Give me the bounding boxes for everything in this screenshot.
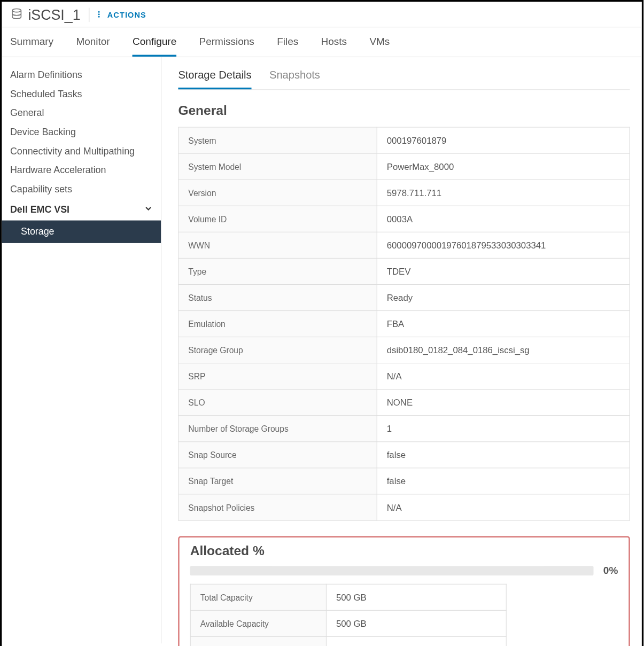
table-cell-value: false [377,468,630,494]
table-cell-key: Type [179,258,377,284]
table-cell-value: 1 [377,416,630,442]
table-cell-key: Snapshot Policies [179,494,377,520]
table-cell-value: FBA [377,310,630,337]
table-cell-value: Ready [377,284,630,310]
table-cell-key: System Model [179,153,377,180]
table-cell-key: Number of Storage Groups [179,416,377,442]
svg-point-0 [12,9,21,12]
section-title-allocated: Allocated % [190,543,618,559]
table-row: Version5978.711.711 [179,180,630,206]
table-cell-value: N/A [377,363,630,390]
allocated-highlight-box: Allocated % 0% Total Capacity500 GBAvail… [178,536,630,647]
table-row: Available Capacity500 GB [190,610,506,636]
table-row: TypeTDEV [179,258,630,284]
sidebar-item-device-backing[interactable]: Device Backing [2,123,161,142]
table-cell-value: 5978.711.711 [377,180,630,206]
table-cell-key: Available Capacity [190,610,326,636]
table-row: System000197601879 [179,127,630,153]
table-cell-value: dsib0180_0182_084_0186_iscsi_sg [377,337,630,363]
tab-monitor[interactable]: Monitor [76,36,110,57]
allocated-progress-row: 0% [190,565,618,577]
table-row: Snapshot PoliciesN/A [179,494,630,520]
table-cell-key: Storage Group [179,337,377,363]
svg-point-1 [98,11,100,12]
table-cell-key: Version [179,180,377,206]
table-cell-key: Snap Source [179,442,377,468]
main-content: Storage Details Snapshots General System… [161,57,642,643]
table-cell-value: TDEV [377,258,630,284]
table-row: Snap Targetfalse [179,468,630,494]
tab-permissions[interactable]: Permissions [199,36,254,57]
table-cell-value: N/A [377,494,630,520]
divider [89,7,89,22]
sidebar-item-alarm-definitions[interactable]: Alarm Definitions [2,66,161,85]
table-cell-key: WWN [179,232,377,258]
sidebar: Alarm Definitions Scheduled Tasks Genera… [2,57,161,643]
sidebar-item-connectivity-multipathing[interactable]: Connectivity and Multipathing [2,142,161,161]
table-cell-value: NONE [377,390,630,416]
table-row: SLONONE [179,390,630,416]
page-title: iSCSI_1 [28,6,80,23]
sidebar-group-label: Dell EMC VSI [10,204,69,215]
sidebar-item-general[interactable]: General [2,104,161,123]
table-row: System ModelPowerMax_8000 [179,153,630,180]
table-cell-value: 0 GB [326,636,506,646]
table-cell-value: 0003A [377,206,630,232]
table-row: Storage Groupdsib0180_0182_084_0186_iscs… [179,337,630,363]
table-cell-value: false [377,442,630,468]
datastore-icon [10,7,24,22]
svg-point-2 [98,13,100,15]
sidebar-item-scheduled-tasks[interactable]: Scheduled Tasks [2,84,161,104]
table-row: Used Capacity0 GB [190,636,506,646]
sidebar-group-dell-emc-vsi[interactable]: Dell EMC VSI [2,199,161,220]
table-cell-key: System [179,127,377,153]
tab-vms[interactable]: VMs [369,36,390,57]
table-cell-key: SRP [179,363,377,390]
subtab-snapshots[interactable]: Snapshots [269,66,320,90]
top-tabs: Summary Monitor Configure Permissions Fi… [2,27,642,57]
svg-point-3 [98,15,100,17]
allocated-percent-label: 0% [603,565,618,577]
table-row: WWN60000970000197601879533030303341 [179,232,630,258]
table-cell-value: 000197601879 [377,127,630,153]
page-header: iSCSI_1 ACTIONS [2,2,642,27]
actions-menu[interactable]: ACTIONS [98,10,146,20]
sub-tabs: Storage Details Snapshots [178,66,630,90]
sidebar-item-storage[interactable]: Storage [2,221,161,243]
tab-summary[interactable]: Summary [10,36,53,57]
actions-label: ACTIONS [107,11,146,20]
chevron-down-icon [144,204,153,215]
content-body: Alarm Definitions Scheduled Tasks Genera… [2,57,642,643]
table-row: Volume ID0003A [179,206,630,232]
tab-configure[interactable]: Configure [133,36,176,57]
table-cell-key: Emulation [179,310,377,337]
window-frame: iSCSI_1 ACTIONS Summary Monitor Configur… [0,0,643,646]
table-cell-key: Status [179,284,377,310]
table-cell-key: SLO [179,390,377,416]
table-cell-value: PowerMax_8000 [377,153,630,180]
general-table: System000197601879System ModelPowerMax_8… [178,127,630,520]
subtab-storage-details[interactable]: Storage Details [178,66,251,90]
section-title-general: General [178,103,630,119]
table-row: SRPN/A [179,363,630,390]
table-cell-value: 500 GB [326,610,506,636]
table-row: Snap Sourcefalse [179,442,630,468]
tab-hosts[interactable]: Hosts [321,36,347,57]
tab-files[interactable]: Files [277,36,298,57]
table-row: EmulationFBA [179,310,630,337]
allocated-progress-bar [190,566,594,575]
table-cell-value: 500 GB [326,584,506,610]
table-row: Total Capacity500 GB [190,584,506,610]
allocated-table: Total Capacity500 GBAvailable Capacity50… [190,584,507,646]
table-row: Number of Storage Groups1 [179,416,630,442]
table-cell-key: Snap Target [179,468,377,494]
more-icon [98,10,104,20]
table-cell-key: Volume ID [179,206,377,232]
table-row: StatusReady [179,284,630,310]
table-cell-key: Used Capacity [190,636,326,646]
table-cell-value: 60000970000197601879533030303341 [377,232,630,258]
sidebar-item-capability-sets[interactable]: Capability sets [2,180,161,199]
table-cell-key: Total Capacity [190,584,326,610]
sidebar-item-hardware-acceleration[interactable]: Hardware Acceleration [2,161,161,180]
